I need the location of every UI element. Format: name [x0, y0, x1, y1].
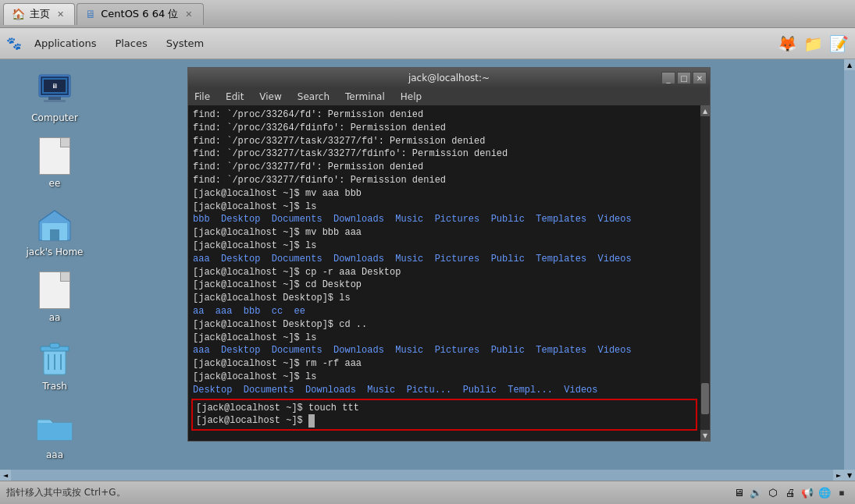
- places-menu[interactable]: Places: [109, 34, 153, 52]
- desktop-scroll-up[interactable]: ▲: [844, 59, 855, 70]
- term-highlight-line-1: [jack@localhost ~]$ touch ttt: [196, 402, 693, 415]
- aaa-label: aaa: [46, 449, 63, 460]
- terminal-controls: _ □ ✕: [661, 72, 707, 84]
- terminal-scrollbar[interactable]: ▲ ▼: [700, 105, 710, 441]
- terminal-highlight-section: [jack@localhost ~]$ touch ttt [jack@loca…: [191, 399, 697, 431]
- term-line-18: [jack@localhost ~]$ ls: [193, 332, 696, 345]
- tray-monitor-icon: 🖥: [732, 486, 746, 500]
- term-line-16: aa aaa bbb cc ee: [193, 305, 696, 318]
- svg-rect-8: [50, 229, 59, 240]
- terminal-menubar: File Edit View Search Terminal Help: [188, 88, 710, 105]
- svg-text:🖥: 🖥: [52, 83, 58, 90]
- status-message: 指针移入其中或按 Ctrl+G。: [6, 486, 126, 499]
- firefox-icon[interactable]: 🦊: [778, 34, 797, 53]
- desktop-icon-aaa[interactable]: aaa: [8, 404, 102, 465]
- term-line-11: [jack@localhost ~]$ ls: [193, 240, 696, 253]
- desktop-icon-ee[interactable]: ee: [8, 133, 102, 193]
- aa-label: aa: [49, 312, 61, 323]
- desktop-icon-jacks-home[interactable]: jack's Home: [8, 201, 102, 262]
- tray-bluetooth-icon[interactable]: ⬡: [766, 486, 780, 500]
- home-tab-label: 主页: [30, 7, 50, 21]
- terminal-close-button[interactable]: ✕: [693, 72, 707, 84]
- computer-label: Computer: [31, 112, 78, 123]
- terminal-maximize-button[interactable]: □: [677, 72, 691, 84]
- home-folder-icon: [36, 206, 73, 243]
- tab-home[interactable]: 🏠 主页 ✕: [3, 3, 75, 25]
- tray-network-icon: 🌐: [818, 486, 832, 500]
- folder-icon[interactable]: 📁: [803, 34, 823, 53]
- taskbar-bottom: 指针移入其中或按 Ctrl+G。 🖥 🔊 ⬡ 🖨 📢 🌐 ▪: [0, 481, 855, 504]
- terminal-minimize-button[interactable]: _: [661, 72, 675, 84]
- terminal-menu-help[interactable]: Help: [397, 91, 425, 102]
- desktop-icon-aa[interactable]: aa: [8, 267, 102, 328]
- term-line-5: find: `/proc/33277/fd': Permission denie…: [193, 161, 696, 174]
- folder-aaa-icon: [36, 409, 73, 446]
- desktop: 🖥 Computer ee jack's Home: [0, 59, 855, 481]
- desktop-icons-panel: 🖥 Computer ee jack's Home: [0, 59, 109, 481]
- term-highlight-line-2: [jack@localhost ~]$: [196, 414, 693, 428]
- svg-rect-3: [48, 97, 61, 100]
- computer-icon: 🖥: [36, 72, 73, 109]
- centos-tab-label: CentOS 6 64 位: [101, 7, 178, 21]
- centos-tab-icon: 🖥: [85, 8, 96, 20]
- tray-volume-icon[interactable]: 🔊: [749, 486, 763, 500]
- terminal-output-area: find: `/proc/33264/fd': Permission denie…: [188, 105, 710, 441]
- home-tab-close[interactable]: ✕: [55, 9, 66, 20]
- term-line-22: Desktop Documents Downloads Music Pictu.…: [193, 384, 696, 397]
- scroll-right[interactable]: ►: [833, 470, 844, 481]
- desktop-scroll-down[interactable]: ▼: [844, 470, 855, 481]
- svg-rect-4: [44, 100, 66, 102]
- terminal-menu-search[interactable]: Search: [294, 91, 333, 102]
- bottom-scrollbar[interactable]: ◄ ►: [0, 470, 844, 481]
- scrollbar-thumb[interactable]: [701, 383, 709, 414]
- term-line-14: [jack@localhost ~]$ cd Desktop: [193, 279, 696, 292]
- term-line-1: find: `/proc/33264/fd': Permission denie…: [193, 108, 696, 122]
- desktop-icon-computer[interactable]: 🖥 Computer: [8, 67, 102, 128]
- ee-label: ee: [49, 178, 61, 189]
- term-line-17: [jack@localhost Desktop]$ cd ..: [193, 318, 696, 332]
- terminal-menu-edit[interactable]: Edit: [223, 91, 247, 102]
- term-line-7: [jack@localhost ~]$ mv aaa bbb: [193, 187, 696, 201]
- scrollbar-down[interactable]: ▼: [700, 430, 710, 441]
- term-line-3: find: `/proc/33277/task/33277/fd': Permi…: [193, 135, 696, 148]
- file-icon-aa: [39, 272, 70, 309]
- term-line-21: [jack@localhost ~]$ ls: [193, 371, 696, 384]
- terminal-titlebar: jack@localhost:~ _ □ ✕: [188, 68, 710, 88]
- home-tab-icon: 🏠: [12, 8, 25, 20]
- toolbar: 🐾 Applications Places System 🦊 📁 📝: [0, 28, 855, 59]
- scrollbar-up[interactable]: ▲: [700, 105, 710, 116]
- terminal-window: jack@localhost:~ _ □ ✕ File Edit View Se…: [187, 67, 711, 442]
- taskbar-top: 🏠 主页 ✕ 🖥 CentOS 6 64 位 ✕: [0, 0, 855, 28]
- terminal-output-text[interactable]: find: `/proc/33264/fd': Permission denie…: [188, 105, 700, 441]
- term-line-2: find: `/proc/33264/fdinfo': Permission d…: [193, 122, 696, 135]
- scroll-left[interactable]: ◄: [0, 470, 11, 481]
- system-menu[interactable]: System: [160, 34, 210, 52]
- status-text: 指针移入其中或按 Ctrl+G。: [6, 486, 126, 499]
- tray-printer-icon: 🖨: [783, 486, 797, 500]
- tray-volume2-icon: 📢: [800, 486, 814, 500]
- tray-calendar-icon[interactable]: ▪: [835, 486, 849, 500]
- term-line-19: aaa Desktop Documents Downloads Music Pi…: [193, 344, 696, 357]
- desktop-icon-trash[interactable]: Trash: [8, 335, 102, 396]
- terminal-menu-view[interactable]: View: [256, 91, 284, 102]
- scrollbar-track: [700, 116, 710, 430]
- term-line-12: aaa Desktop Documents Downloads Music Pi…: [193, 253, 696, 266]
- terminal-title: jack@localhost:~: [408, 73, 490, 83]
- jacks-home-label: jack's Home: [26, 247, 83, 257]
- term-line-10: [jack@localhost ~]$ mv bbb aaa: [193, 226, 696, 240]
- term-line-13: [jack@localhost ~]$ cp -r aaa Desktop: [193, 266, 696, 279]
- notes-icon[interactable]: 📝: [829, 34, 849, 53]
- centos-tab-close[interactable]: ✕: [183, 9, 194, 20]
- tab-centos[interactable]: 🖥 CentOS 6 64 位 ✕: [77, 3, 203, 25]
- terminal-menu-file[interactable]: File: [191, 91, 213, 102]
- system-tray: 🖥 🔊 ⬡ 🖨 📢 🌐 ▪: [732, 486, 849, 500]
- toolbar-icon-apps: 🐾: [6, 36, 22, 51]
- trash-label: Trash: [42, 381, 67, 392]
- desktop-scrollbar-right[interactable]: ▲ ▼: [844, 59, 855, 481]
- term-line-20: [jack@localhost ~]$ rm -rf aaa: [193, 357, 696, 371]
- terminal-menu-terminal[interactable]: Terminal: [342, 91, 388, 102]
- term-line-9: bbb Desktop Documents Downloads Music Pi…: [193, 213, 696, 226]
- term-line-15: [jack@localhost Desktop]$ ls: [193, 292, 696, 305]
- applications-menu[interactable]: Applications: [28, 34, 102, 52]
- trash-icon: [36, 340, 73, 378]
